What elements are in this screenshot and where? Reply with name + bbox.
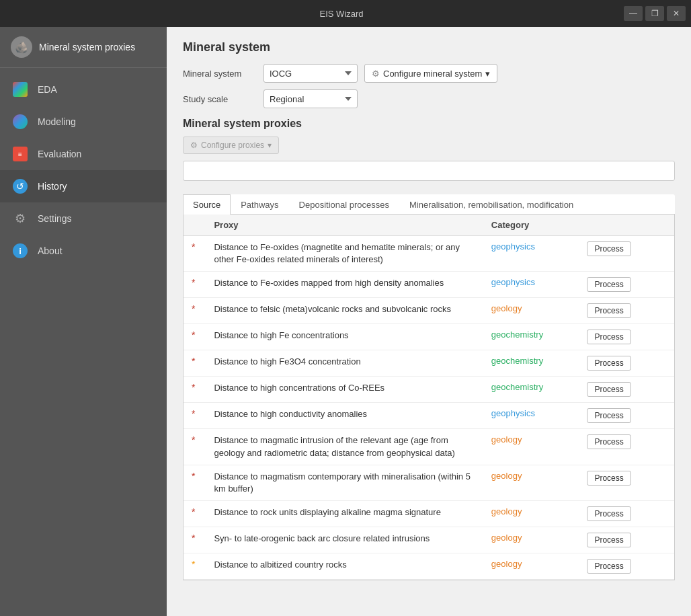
- proxy-cell: Distance to Fe-oxides (magnetite and hem…: [206, 236, 483, 272]
- star-icon: *: [192, 277, 195, 288]
- category-cell: geochemistry: [483, 324, 579, 350]
- about-icon: i: [11, 241, 30, 260]
- sidebar-item-history-label: History: [38, 181, 67, 192]
- action-cell: Process: [579, 236, 674, 272]
- tab-pathways[interactable]: Pathways: [231, 194, 288, 215]
- configure-btn-label: Configure mineral system: [383, 69, 482, 79]
- sidebar-item-settings[interactable]: ⚙ Settings: [0, 202, 167, 235]
- required-star-cell: *: [184, 236, 206, 272]
- star-icon: *: [192, 356, 195, 367]
- required-star-cell: *: [184, 377, 206, 403]
- sidebar-header-icon: 🪨: [11, 36, 32, 58]
- configure-mineral-system-button[interactable]: ⚙ Configure mineral system ▾: [364, 64, 497, 83]
- process-button[interactable]: Process: [587, 533, 631, 547]
- proxy-text: Distance to albitized country rocks: [214, 560, 346, 570]
- proxy-text: Distance to high Fe3O4 concentration: [214, 356, 360, 367]
- table-row: * Distance to high Fe3O4 concentration g…: [184, 350, 674, 377]
- category-cell: geophysics: [483, 236, 579, 272]
- star-icon: *: [192, 506, 195, 517]
- proxy-text: Distance to Fe-oxides mapped from high d…: [214, 278, 444, 288]
- process-button[interactable]: Process: [587, 356, 631, 371]
- sidebar-item-modeling[interactable]: Modeling: [0, 106, 167, 138]
- process-button[interactable]: Process: [587, 277, 631, 292]
- study-scale-row: Study scale Regional: [183, 89, 675, 108]
- proxy-cell: Distance to rock units displaying alkali…: [206, 501, 483, 527]
- proxy-text: Distance to high concentrations of Co-RE…: [214, 383, 384, 393]
- sidebar-item-history[interactable]: ↺ History: [0, 170, 167, 202]
- sidebar-item-about[interactable]: i About: [0, 235, 167, 267]
- category-cell: geology: [483, 429, 579, 465]
- action-cell: Process: [579, 403, 674, 429]
- proxy-cell: Distance to high Fe3O4 concentration: [206, 350, 483, 377]
- app-title: EIS Wizard: [59, 9, 624, 19]
- proxies-title: Mineral system proxies: [183, 118, 675, 130]
- proxy-text: Distance to magmatic intrusion of the re…: [214, 435, 454, 457]
- proxy-cell: Distance to Fe-oxides mapped from high d…: [206, 272, 483, 298]
- process-button[interactable]: Process: [587, 303, 631, 318]
- dropdown-arrow-icon: ▾: [485, 69, 490, 79]
- category-cell: geophysics: [483, 272, 579, 298]
- required-star-cell: *: [184, 501, 206, 527]
- process-button[interactable]: Process: [587, 382, 631, 397]
- required-star-cell: *: [184, 272, 206, 298]
- proxy-tabs: Source Pathways Depositional processes M…: [183, 194, 675, 215]
- configure-proxies-button[interactable]: ⚙ Configure proxies ▾: [183, 137, 279, 154]
- process-button[interactable]: Process: [587, 408, 631, 423]
- process-button[interactable]: Process: [587, 330, 631, 344]
- process-button[interactable]: Process: [587, 434, 631, 449]
- category-label: geology: [491, 303, 522, 313]
- mineral-system-select[interactable]: IOCG: [263, 64, 358, 83]
- study-scale-select[interactable]: Regional: [263, 89, 358, 108]
- search-wrapper: 🔍: [183, 161, 675, 188]
- tab-depositional[interactable]: Depositional processes: [289, 194, 399, 215]
- sidebar-item-eda[interactable]: EDA: [0, 73, 167, 106]
- minimize-button[interactable]: —: [624, 6, 643, 21]
- process-button[interactable]: Process: [587, 559, 631, 574]
- study-scale-label: Study scale: [183, 94, 257, 104]
- proxy-cell: Distance to high conductivity anomalies: [206, 403, 483, 429]
- sidebar-item-evaluation[interactable]: ≡ Evaluation: [0, 138, 167, 170]
- star-icon: *: [192, 559, 195, 570]
- category-cell: geochemistry: [483, 377, 579, 403]
- process-button[interactable]: Process: [587, 471, 631, 486]
- col-category-header: Category: [483, 215, 579, 236]
- sidebar-nav: EDA Modeling ≡ Evaluation ↺ History: [0, 68, 167, 272]
- category-label: geochemistry: [491, 330, 543, 340]
- process-button[interactable]: Process: [587, 506, 631, 521]
- action-cell: Process: [579, 272, 674, 298]
- required-star-cell: *: [184, 298, 206, 324]
- required-star-cell: *: [184, 324, 206, 350]
- search-input[interactable]: [183, 161, 675, 181]
- proxy-cell: Distance to magmatism contemporary with …: [206, 465, 483, 500]
- category-label: geology: [491, 559, 522, 569]
- proxy-cell: Distance to high concentrations of Co-RE…: [206, 377, 483, 403]
- proxy-text: Distance to rock units displaying alkali…: [214, 507, 440, 517]
- col-star: [184, 215, 206, 236]
- col-action-header: [579, 215, 674, 236]
- category-label: geophysics: [491, 408, 535, 418]
- mineral-system-label: Mineral system: [183, 69, 257, 79]
- sidebar-item-modeling-label: Modeling: [38, 116, 76, 127]
- close-button[interactable]: ✕: [667, 6, 686, 21]
- maximize-button[interactable]: ❐: [645, 6, 664, 21]
- configure-proxies-gear-icon: ⚙: [190, 141, 198, 150]
- required-star-cell: *: [184, 350, 206, 377]
- tab-source[interactable]: Source: [183, 194, 231, 215]
- table-row: * Distance to rock units displaying alka…: [184, 501, 674, 527]
- action-cell: Process: [579, 465, 674, 500]
- proxy-text: Distance to felsic (meta)volcanic rocks …: [214, 304, 451, 314]
- tab-mineralisation[interactable]: Mineralisation, remobilisation, modifica…: [399, 194, 583, 215]
- action-cell: Process: [579, 350, 674, 377]
- category-label: geophysics: [491, 277, 535, 287]
- process-button[interactable]: Process: [587, 241, 631, 256]
- col-proxy-header: Proxy: [206, 215, 483, 236]
- mineral-system-title: Mineral system: [183, 40, 675, 54]
- sidebar-item-about-label: About: [38, 245, 63, 256]
- table-row: * Distance to albitized country rocks ge…: [184, 553, 674, 580]
- table-row: * Distance to magmatism contemporary wit…: [184, 465, 674, 500]
- table-row: * Distance to high Fe concentrations geo…: [184, 324, 674, 350]
- category-cell: geology: [483, 527, 579, 553]
- proxy-table-container: Proxy Category * Distance to Fe-oxides (…: [183, 215, 675, 580]
- star-icon: *: [192, 471, 195, 482]
- table-row: * Distance to magmatic intrusion of the …: [184, 429, 674, 465]
